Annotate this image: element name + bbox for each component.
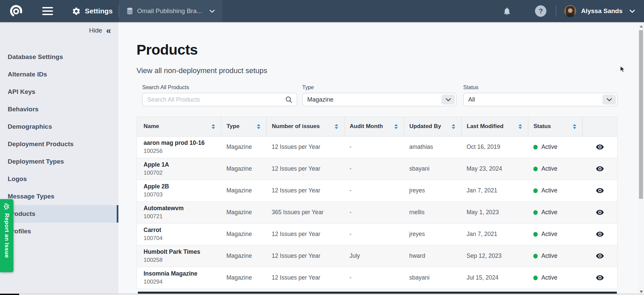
cell-name: Automatewvm100721 [137, 201, 221, 223]
sort-icon[interactable] [452, 124, 455, 129]
sort-icon[interactable] [519, 124, 522, 129]
column-header-last-modified[interactable]: Last Modified [461, 117, 528, 136]
settings-label: Settings [85, 7, 113, 15]
sidebar-item-products[interactable]: Products [0, 205, 118, 223]
sidebar-item-behaviors[interactable]: Behaviors [0, 101, 118, 118]
cell-updated-by: amathias [404, 136, 461, 158]
omeda-logo-icon [9, 4, 23, 18]
report-issue-tab[interactable]: Report an Issue [0, 199, 13, 272]
cell-type: Magazine [221, 136, 266, 158]
database-selector-value: Omail Publishing Bra... [137, 7, 202, 15]
table-row: aaron mag prod 10-16100256Magazine12 Iss… [137, 136, 617, 158]
sidebar-item-database-settings[interactable]: Database Settings [0, 48, 118, 66]
view-eye-icon[interactable] [596, 143, 604, 151]
view-eye-icon[interactable] [596, 165, 604, 173]
database-selector[interactable]: Omail Publishing Bra... [119, 0, 222, 22]
column-label: Audit Month [350, 123, 383, 130]
chevron-down-icon[interactable] [441, 95, 455, 105]
horizontal-scrollbar-thumb[interactable] [0, 294, 19, 295]
topbar-divider [556, 5, 556, 17]
product-name: Insomnia Magazine [144, 270, 218, 278]
settings-nav[interactable]: Settings [72, 7, 113, 16]
cell-last-modified: Sep 12, 2023 [461, 245, 528, 267]
app-logo[interactable] [9, 4, 23, 18]
type-select[interactable]: Magazine [302, 93, 457, 106]
notifications-bell-icon[interactable] [502, 7, 512, 16]
sidebar-item-alternate-ids[interactable]: Alternate IDs [0, 66, 118, 83]
sidebar-hide-button[interactable]: Hide « [89, 26, 111, 35]
cell-status: Active [528, 267, 582, 289]
column-header-number-of-issues[interactable]: Number of issues [266, 117, 344, 136]
view-eye-icon[interactable] [596, 208, 604, 217]
scroll-down-arrow[interactable] [640, 291, 643, 293]
sidebar-item-demographics[interactable]: Demographics [0, 118, 118, 135]
user-name[interactable]: Alyssa Sands [581, 7, 623, 15]
column-header-audit-month[interactable]: Audit Month [344, 117, 404, 136]
cell-type: Magazine [221, 267, 266, 289]
chevron-down-icon [209, 9, 215, 13]
status-text: Active [541, 187, 557, 194]
status-text: Active [541, 209, 557, 216]
table-body: aaron mag prod 10-16100256Magazine12 Iss… [137, 136, 617, 289]
chevron-down-icon[interactable] [602, 95, 616, 105]
cell-last-modified: Jul 15, 2024 [461, 267, 528, 289]
sidebar-item-logos[interactable]: Logos [0, 170, 118, 188]
column-header-status[interactable]: Status [528, 117, 582, 136]
column-header-name[interactable]: Name [137, 117, 221, 136]
sort-icon[interactable] [573, 124, 576, 129]
sort-icon[interactable] [257, 124, 260, 129]
cell-audit-month: - [344, 201, 404, 223]
status-text: Active [541, 231, 557, 238]
status-text: Active [541, 143, 557, 151]
cell-last-modified: May 23, 2024 [461, 158, 528, 180]
view-eye-icon[interactable] [596, 252, 604, 260]
horizontal-scrollbar[interactable] [0, 294, 644, 295]
topbar-left: Settings Omail Publishing Bra... [0, 0, 222, 22]
view-eye-icon[interactable] [596, 186, 604, 195]
sidebar-item-deployment-products[interactable]: Deployment Products [0, 135, 118, 153]
cell-status: Active [528, 136, 582, 158]
search-input[interactable] [142, 93, 297, 106]
status-label: Status [463, 84, 618, 91]
column-header-updated-by[interactable]: Updated By [404, 117, 461, 136]
cell-type: Magazine [221, 201, 266, 223]
page-subtitle: View all non-deployment product setups [137, 66, 267, 75]
sidebar-item-api-keys[interactable]: API Keys [0, 83, 118, 101]
sort-icon[interactable] [212, 124, 215, 129]
status-dot [533, 276, 538, 280]
table-row: Carrot100704Magazine12 Issues per Year-j… [137, 223, 617, 245]
sidebar-item-profiles[interactable]: Profiles [0, 223, 118, 240]
user-avatar[interactable] [564, 5, 576, 17]
user-chevron-down-icon[interactable] [629, 9, 635, 13]
cell-number-of-issues: 12 Issues per Year [266, 267, 344, 289]
menu-icon[interactable] [41, 6, 54, 16]
status-text: Active [541, 252, 557, 259]
scroll-up-arrow[interactable] [640, 25, 643, 27]
cell-name: Insomnia Magazine100294 [137, 267, 221, 289]
vertical-scrollbar[interactable] [638, 22, 644, 295]
sidebar-item-deployment-types[interactable]: Deployment Types [0, 153, 118, 170]
sort-icon[interactable] [335, 124, 338, 129]
product-name: aaron mag prod 10-16 [144, 139, 218, 147]
help-icon[interactable]: ? [535, 5, 546, 17]
view-eye-icon[interactable] [596, 274, 604, 282]
cell-name: Apple 2B100703 [137, 180, 221, 201]
cell-number-of-issues: 12 Issues per Year [266, 245, 344, 267]
cell-actions [582, 267, 617, 289]
cell-status: Active [528, 180, 582, 201]
table-row: Apple 2B100703Magazine12 Issues per Year… [137, 180, 617, 201]
view-eye-icon[interactable] [596, 230, 604, 238]
status-select[interactable]: All [463, 93, 618, 106]
column-header-type[interactable]: Type [221, 117, 266, 136]
sidebar-item-message-types[interactable]: Message Types [0, 188, 118, 205]
product-name: Apple 1A [144, 161, 218, 169]
cell-audit-month: - [344, 158, 404, 180]
cell-actions [582, 223, 617, 245]
cell-status: Active [528, 201, 582, 223]
cell-actions [582, 180, 617, 201]
search-icon[interactable] [285, 96, 293, 105]
vertical-scrollbar-thumb[interactable] [639, 30, 643, 199]
sort-icon[interactable] [394, 124, 398, 129]
type-select-value: Magazine [307, 96, 333, 103]
cell-type: Magazine [221, 158, 266, 180]
